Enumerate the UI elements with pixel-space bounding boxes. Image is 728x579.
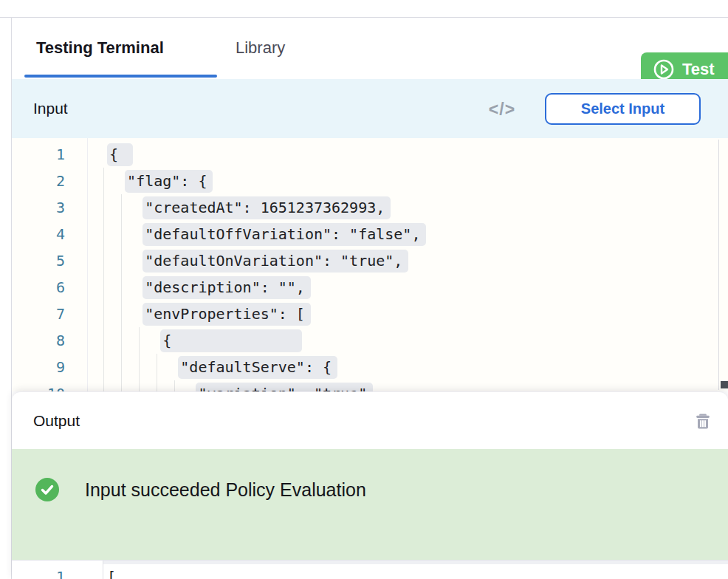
tab-bar: Testing Terminal Library Test [12,18,728,79]
output-panel-header: Output [12,392,728,449]
indent-guide [139,327,140,391]
tab-testing-terminal[interactable]: Testing Terminal [24,18,176,78]
code-text: "defaultServe": { [107,354,337,380]
code-line: 1[ [12,563,116,579]
indent-guide [121,194,122,391]
input-code-lines: 1{ 2 "flag": {3 "createdAt": 16512373629… [12,138,728,391]
output-code-editor[interactable]: 1[ [12,561,728,579]
line-number: 6 [12,274,65,301]
tab-testing-terminal-label: Testing Terminal [36,38,164,58]
indent-guide [157,354,157,391]
code-view-icon[interactable]: </> [484,98,521,120]
code-line: 6 "description": "", [12,274,728,301]
output-editor-top-strip [103,561,728,564]
test-button-label: Test [682,60,715,79]
scrollbar-thumb[interactable] [721,381,728,388]
input-panel-header: Input </> Select Input [12,79,728,138]
code-line: 3 "createdAt": 1651237362993, [12,194,728,221]
code-line: 2 "flag": { [12,168,728,194]
code-text: "description": "", [107,274,311,301]
play-icon [653,58,675,80]
code-text: "variation": "true" [107,380,373,391]
active-tab-underline [24,75,217,78]
indent-guide [174,380,175,391]
code-line: 8 { [12,327,728,354]
line-number: 2 [12,168,65,194]
success-check-icon [35,478,59,501]
scrollbar-track [718,140,719,390]
tab-library[interactable]: Library [236,18,285,78]
input-panel-title: Input [33,100,68,117]
code-text: "flag": { [107,168,213,194]
indent-guide [103,168,104,391]
line-number: 1 [12,141,65,168]
tab-library-label: Library [236,38,285,58]
code-line: 9 "defaultServe": { [12,354,728,380]
code-line: 1{ [12,141,728,168]
success-banner: Input succeeded Policy Evaluation [12,449,728,560]
line-number: 4 [12,221,65,247]
input-code-editor[interactable]: 1{ 2 "flag": {3 "createdAt": 16512373629… [12,138,728,391]
output-panel-title: Output [33,412,80,430]
code-line: 7 "envProperties": [ [12,301,728,327]
code-text: "createdAt": 1651237362993, [107,194,391,221]
trash-icon[interactable] [693,410,715,432]
code-text: "defaultOnVariation": "true", [107,247,408,274]
line-number: 10 [12,380,65,391]
line-number: 9 [12,354,65,380]
line-number: 3 [12,194,65,221]
code-text: "envProperties": [ [107,301,311,327]
select-input-button[interactable]: Select Input [545,93,701,125]
code-text: { [107,141,133,168]
code-line: 4 "defaultOffVariation": "false", [12,221,728,247]
code-line: 5 "defaultOnVariation": "true", [12,247,728,274]
output-sheet: Output Input succeeded Policy E [12,391,728,579]
line-number: 8 [12,327,65,354]
testing-terminal-page: Testing Terminal Library Test Input </> … [0,0,728,579]
code-text: [ [107,563,116,579]
code-text: "defaultOffVariation": "false", [107,221,426,247]
code-line: 10 "variation": "true" [12,380,728,391]
line-number: 5 [12,247,65,274]
success-banner-message: Input succeeded Policy Evaluation [85,479,366,501]
line-number: 1 [12,563,65,579]
line-number: 7 [12,301,65,327]
code-text: { [107,327,302,354]
